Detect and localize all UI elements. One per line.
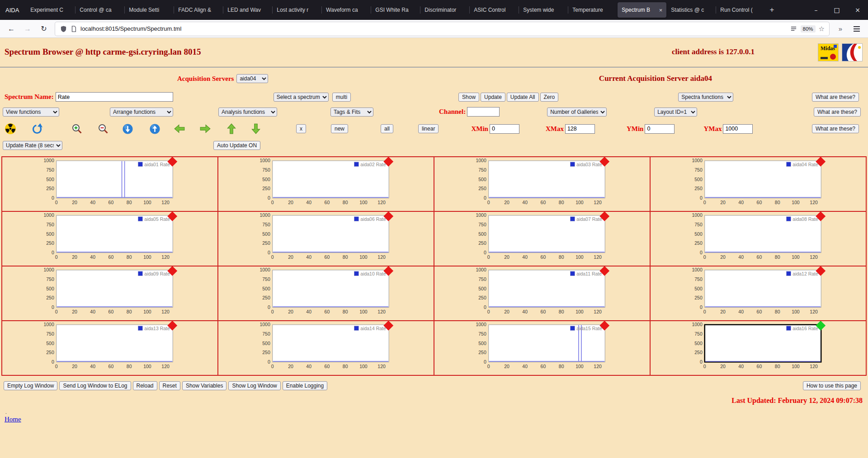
- browser-tab[interactable]: Run Control (: [716, 2, 765, 18]
- arrow-down-circle-icon[interactable]: [122, 123, 133, 135]
- spectrum-cell[interactable]: 02505007501000020406080100120aida12 Rate: [650, 266, 866, 321]
- browser-tab[interactable]: Waveform ca: [322, 2, 371, 18]
- channel-input[interactable]: [467, 107, 500, 117]
- bookmark-star-icon[interactable]: ☆: [819, 25, 825, 33]
- zero-button[interactable]: Zero: [540, 93, 559, 102]
- back-icon[interactable]: ←: [5, 23, 18, 35]
- spectrum-cell[interactable]: 02505007501000020406080100120aida16 Rate: [650, 321, 866, 375]
- tags-fits-dropdown[interactable]: Tags & Fits: [330, 107, 373, 117]
- home-link[interactable]: Home: [5, 416, 21, 423]
- auto-update-button[interactable]: Auto Update ON: [213, 141, 260, 150]
- spectrum-cell[interactable]: 02505007501000020406080100120aida11 Rate: [434, 266, 650, 321]
- overflow-chevron-icon[interactable]: »: [834, 23, 847, 35]
- all-button[interactable]: all: [381, 124, 393, 133]
- browser-tab[interactable]: Experiment C: [26, 2, 75, 18]
- zoom-in-icon[interactable]: [71, 123, 83, 135]
- arrange-functions-dropdown[interactable]: Arrange functions: [110, 107, 173, 117]
- show-log-window-button[interactable]: Show Log Window: [228, 381, 280, 390]
- number-of-galleries-dropdown[interactable]: Number of Galleries: [547, 107, 607, 117]
- spectrum-cell[interactable]: 02505007501000020406080100120aida02 Rate: [218, 157, 434, 211]
- y-axis-label: 750: [46, 168, 54, 173]
- browser-tab[interactable]: FADC Align &: [174, 2, 223, 18]
- close-icon[interactable]: ×: [847, 0, 868, 20]
- maximize-icon[interactable]: □: [826, 0, 847, 20]
- new-tab-button[interactable]: +: [765, 3, 778, 17]
- spectrum-cell[interactable]: 02505007501000020406080100120aida03 Rate: [434, 157, 650, 211]
- update-rate-dropdown[interactable]: Update Rate (8 secs): [3, 141, 62, 150]
- browser-tab[interactable]: Lost activity r: [273, 2, 321, 18]
- reload-button[interactable]: Reload: [133, 381, 157, 390]
- what-are-these-button-1[interactable]: What are these?: [812, 93, 859, 102]
- update-button[interactable]: Update: [481, 93, 505, 102]
- send-log-to-elog-button[interactable]: Send Log Window to ELog: [59, 381, 131, 390]
- analysis-functions-dropdown[interactable]: Analysis functions: [218, 107, 277, 117]
- menu-icon[interactable]: [850, 23, 863, 35]
- view-functions-dropdown[interactable]: View functions: [3, 107, 59, 117]
- browser-tab[interactable]: ASIC Control: [470, 2, 519, 18]
- browser-tab[interactable]: Module Setti: [125, 2, 174, 18]
- what-are-these-button-3[interactable]: What are these?: [812, 124, 859, 133]
- layout-id-dropdown[interactable]: Layout ID=1: [654, 107, 697, 117]
- linear-button[interactable]: linear: [418, 124, 439, 133]
- y-axis-label: 750: [46, 332, 54, 336]
- show-variables-button[interactable]: Show Variables: [182, 381, 227, 390]
- reset-button[interactable]: Reset: [159, 381, 180, 390]
- zoom-out-icon[interactable]: [97, 123, 109, 135]
- how-to-use-button[interactable]: How to use this page: [803, 381, 861, 390]
- spectrum-cell[interactable]: 02505007501000020406080100120aida10 Rate: [218, 266, 434, 321]
- spectrum-plot: 02505007501000020406080100120aida13 Rate: [2, 321, 217, 375]
- browser-tab[interactable]: LED and Wav: [223, 2, 272, 18]
- spectrum-cell[interactable]: 02505007501000020406080100120aida09 Rate: [2, 266, 218, 321]
- browser-tab[interactable]: Temperature: [568, 2, 617, 18]
- arrow-left-icon[interactable]: [174, 123, 185, 135]
- spectrum-cell[interactable]: 02505007501000020406080100120aida08 Rate: [650, 211, 866, 266]
- reader-mode-icon[interactable]: [790, 25, 797, 33]
- browser-tab[interactable]: Statistics @ c: [667, 2, 716, 18]
- update-all-button[interactable]: Update All: [507, 93, 539, 102]
- address-bar[interactable]: localhost:8015/Spectrum/Spectrum.tml 80%…: [55, 22, 829, 36]
- spectrum-cell[interactable]: 02505007501000020406080100120aida05 Rate: [2, 211, 218, 266]
- browser-tab[interactable]: GSI White Ra: [371, 2, 420, 18]
- radiation-icon[interactable]: [5, 123, 16, 135]
- x-axis-label: 20: [288, 200, 293, 205]
- spectrum-cell[interactable]: 02505007501000020406080100120aida04 Rate: [650, 157, 866, 211]
- new-button[interactable]: new: [331, 124, 348, 133]
- empty-log-window-button[interactable]: Empty Log Window: [4, 381, 57, 390]
- spectra-functions-dropdown[interactable]: Spectra functions: [678, 93, 733, 102]
- ymin-input[interactable]: [645, 124, 675, 134]
- arrow-up-circle-icon[interactable]: [149, 123, 160, 135]
- x-button[interactable]: x: [296, 124, 306, 133]
- browser-tab[interactable]: Discriminator: [420, 2, 469, 18]
- spectrum-name-input[interactable]: [56, 92, 173, 102]
- spectrum-cell[interactable]: 02505007501000020406080100120aida14 Rate: [218, 321, 434, 375]
- tab-close-icon[interactable]: ×: [659, 7, 663, 14]
- browser-tab[interactable]: System wide: [519, 2, 568, 18]
- spectrum-cell[interactable]: 02505007501000020406080100120aida06 Rate: [218, 211, 434, 266]
- select-spectrum-dropdown[interactable]: Select a spectrum: [274, 93, 329, 102]
- shield-icon[interactable]: [60, 25, 67, 33]
- xmax-input[interactable]: [565, 124, 595, 134]
- spectrum-cell[interactable]: 02505007501000020406080100120aida01 Rate: [2, 157, 218, 211]
- arrow-up-icon[interactable]: [226, 123, 236, 135]
- acquisition-server-select[interactable]: aida04: [236, 74, 268, 83]
- browser-tab[interactable]: Spectrum B×: [618, 2, 666, 18]
- arrow-right-icon[interactable]: [199, 123, 211, 135]
- browser-tab[interactable]: Control @ ca: [75, 2, 124, 18]
- spectrum-cell[interactable]: 02505007501000020406080100120aida13 Rate: [2, 321, 218, 375]
- spectrum-cell[interactable]: 02505007501000020406080100120aida07 Rate: [434, 211, 650, 266]
- arrow-down-icon[interactable]: [251, 123, 261, 135]
- enable-logging-button[interactable]: Enable Logging: [283, 381, 327, 390]
- what-are-these-button-2[interactable]: What are these?: [814, 107, 861, 117]
- x-axis-label: 60: [757, 309, 762, 314]
- xmin-input[interactable]: [490, 124, 519, 134]
- zoom-level-button[interactable]: 80%: [801, 25, 816, 33]
- minimize-icon[interactable]: –: [806, 0, 826, 20]
- url-text[interactable]: localhost:8015/Spectrum/Spectrum.tml: [80, 25, 787, 32]
- refresh-icon[interactable]: [31, 123, 43, 135]
- show-button[interactable]: Show: [458, 93, 479, 102]
- reload-icon[interactable]: ↻: [37, 23, 51, 35]
- spectrum-cell[interactable]: 02505007501000020406080100120aida15 Rate: [434, 321, 650, 375]
- ymax-input[interactable]: [723, 124, 753, 134]
- page-info-icon[interactable]: [70, 25, 77, 33]
- multi-button[interactable]: multi: [332, 93, 351, 102]
